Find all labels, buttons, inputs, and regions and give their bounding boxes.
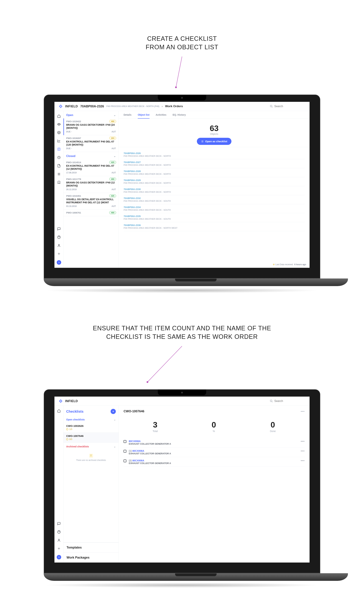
search-input[interactable] [274, 105, 305, 108]
breadcrumb-id[interactable]: 70ABP00A-2326 [80, 104, 104, 108]
work-order-title: EX-KONTROLL INSTRUMENT P40 DEL-07 (120 {… [66, 140, 116, 146]
checklist-row-title[interactable]: 80CX008A [129, 440, 298, 442]
checklist-sidebar-item[interactable]: CWO-10026261/3 [64, 423, 118, 433]
checklist-icon[interactable] [57, 147, 61, 151]
cube-icon[interactable] [57, 131, 61, 134]
help-icon[interactable] [57, 530, 61, 534]
svg-point-21 [270, 400, 272, 402]
object-row[interactable]: 70ABP00A-2332P40 PROCESS AREA WEATHER DE… [124, 195, 305, 204]
annotation-2: ENSURE THAT THE ITEM COUNT AND THE NAME … [10, 324, 354, 341]
checklist-sidebar-item[interactable]: CWO-10076460/3 [64, 433, 118, 443]
work-order-title: BRANN OG GASS DETEKTORER I P40 (12 {MONT… [66, 181, 116, 187]
message-icon[interactable] [57, 227, 61, 231]
message-icon[interactable] [57, 522, 61, 526]
work-order-title: EX-KONTROLL INSTRUMENT P40 DEL-07 (12 {M… [66, 164, 116, 170]
eye-icon[interactable] [57, 122, 61, 126]
user-icon[interactable] [57, 538, 61, 542]
object-id: 70ABP00A-2329 [124, 179, 305, 181]
list-icon[interactable] [57, 172, 61, 176]
object-description: P40 PROCESS AREA WEATHER DECK - SOUTH [124, 218, 305, 220]
clock-icon[interactable] [57, 155, 61, 159]
row-more-icon[interactable]: ••• [301, 440, 305, 443]
app-checklists: INFIELD [54, 397, 310, 563]
section-archived-checklists[interactable]: Archived checklists ⌄ [64, 443, 118, 450]
open-as-checklist-button[interactable]: Open as checklist [197, 138, 232, 145]
work-order-card[interactable]: 425PWO-1010451VISUELL OG DETALJERT EX-KO… [64, 193, 118, 210]
section-open-checklists[interactable]: Open checklists ⌄ [64, 416, 118, 423]
object-row[interactable]: 70ABP00A-2326P40 PROCESS AREA WEATHER DE… [124, 150, 305, 159]
checklist-row-title[interactable]: (1) 80CX008A [129, 450, 298, 452]
chart-icon[interactable] [57, 139, 61, 143]
add-checklist-button[interactable]: + [111, 409, 116, 414]
work-order-title: BRANN OG GASS DETEKTORER I P40 (24 {MONT… [66, 123, 116, 129]
stat-total-value: 3 [153, 420, 158, 429]
object-description: P40 PROCESS AREA WEATHER DECK - NORTH [124, 191, 305, 193]
checklist-row: (1) 80CX008AEXHAUST COLLECTOR GENERATOR … [124, 447, 305, 457]
tab-activities[interactable]: Activities [156, 113, 167, 119]
checklist-item-id: CWO-1007646 [66, 434, 116, 437]
row-more-icon[interactable]: ••• [301, 450, 305, 453]
collapse-rail-icon[interactable] [57, 555, 61, 559]
checklist-row-subtitle: EXHAUST COLLECTOR GENERATOR A [129, 442, 298, 445]
work-order-card[interactable]: 203PWO-1018267EX-KONTROLL INSTRUMENT P40… [64, 135, 118, 152]
collapse-rail-icon[interactable] [57, 260, 61, 265]
stat-percent: 0% [211, 420, 216, 433]
settings-icon[interactable] [57, 547, 61, 550]
status-badge: 400 [109, 120, 116, 123]
object-row[interactable]: 70ABP00A-2329P40 PROCESS AREA WEATHER DE… [124, 177, 305, 186]
section-open-label: Open [66, 114, 73, 117]
nav-work-packages[interactable]: Work Packages [64, 553, 118, 563]
work-order-id: PWO-1019422 [66, 120, 116, 123]
more-menu-icon[interactable]: ••• [301, 410, 305, 413]
object-row[interactable]: 70ABP00A-2330P40 PROCESS AREA WEATHER DE… [124, 186, 305, 195]
checklist-row-prefix: (1) [129, 450, 132, 452]
work-order-title: VISUELL OG DETALJERT EX-KONTROLL INSTRUM… [66, 198, 116, 204]
status-badge: 425 [109, 161, 116, 164]
search-input[interactable] [274, 400, 305, 403]
work-order-card[interactable]: 400PWO-1011779BRANN OG GASS DETEKTORER I… [64, 176, 118, 193]
status-badge: 203 [109, 137, 116, 140]
checkbox[interactable] [124, 450, 126, 453]
object-row[interactable]: 70ABP00A-2328P40 PROCESS AREA WEATHER DE… [124, 168, 305, 177]
stat-percent-label: % [211, 430, 216, 433]
nav-templates[interactable]: Templates [64, 543, 118, 553]
annotation-1-line1: CREATE A CHECKLIST [10, 35, 354, 43]
row-more-icon[interactable]: ••• [301, 459, 305, 462]
work-order-card[interactable]: 400PWO-1006761 [64, 210, 118, 216]
bookmark-icon[interactable] [57, 181, 61, 184]
work-order-card[interactable]: 425PWO-1014514EX-KONTROLL INSTRUMENT P40… [64, 159, 118, 176]
settings-icon[interactable] [57, 252, 61, 256]
work-order-discipline: AUT [112, 147, 116, 150]
breadcrumb-last[interactable]: Work Orders [165, 104, 183, 108]
checkbox[interactable] [124, 440, 126, 443]
tab-object-list[interactable]: Object list [138, 113, 150, 119]
work-order-card[interactable]: 400PWO-1019422BRANN OG GASS DETEKTORER I… [64, 118, 118, 135]
checklist-row-title[interactable]: (2) 80CX008A [129, 459, 298, 462]
brand-logo-icon [59, 399, 63, 403]
home-icon[interactable] [57, 114, 61, 118]
user-icon[interactable] [57, 244, 61, 247]
icon-rail [54, 111, 64, 268]
object-row[interactable]: 70ABP00A-2327P40 PROCESS AREA WEATHER DE… [124, 159, 305, 168]
object-row[interactable]: 70ABP00A-2336P40 PROCESS AREA WEATHER DE… [124, 222, 305, 231]
object-row[interactable]: 70ABP00A-2334P40 PROCESS AREA WEATHER DE… [124, 204, 305, 213]
object-id: 70ABP00A-2330 [124, 188, 305, 191]
sidebar-title: Checklists [66, 410, 83, 414]
tab-eq-history[interactable]: EQ. History [173, 113, 186, 119]
tab-details[interactable]: Details [124, 113, 131, 119]
work-order-due: DUE - [66, 130, 72, 133]
stat-done-value: 0 [270, 420, 276, 429]
document-icon[interactable] [57, 164, 61, 168]
svg-line-0 [176, 56, 182, 87]
stat-total: 3Total [153, 420, 158, 433]
help-icon[interactable] [57, 235, 61, 239]
annotation-1-pointer [147, 56, 217, 89]
chevron-right-icon: › [162, 105, 163, 108]
section-open[interactable]: Open ⌄ [64, 111, 118, 118]
object-count: 63 [119, 124, 310, 133]
checkbox[interactable] [124, 460, 126, 462]
object-row[interactable]: 70ABP00A-2335P40 PROCESS AREA WEATHER DE… [124, 213, 305, 222]
home-icon[interactable] [57, 409, 61, 413]
data-freshness: Last Data received: 6 hours ago [273, 263, 306, 266]
section-closed[interactable]: Closed ⌄ [64, 152, 118, 159]
